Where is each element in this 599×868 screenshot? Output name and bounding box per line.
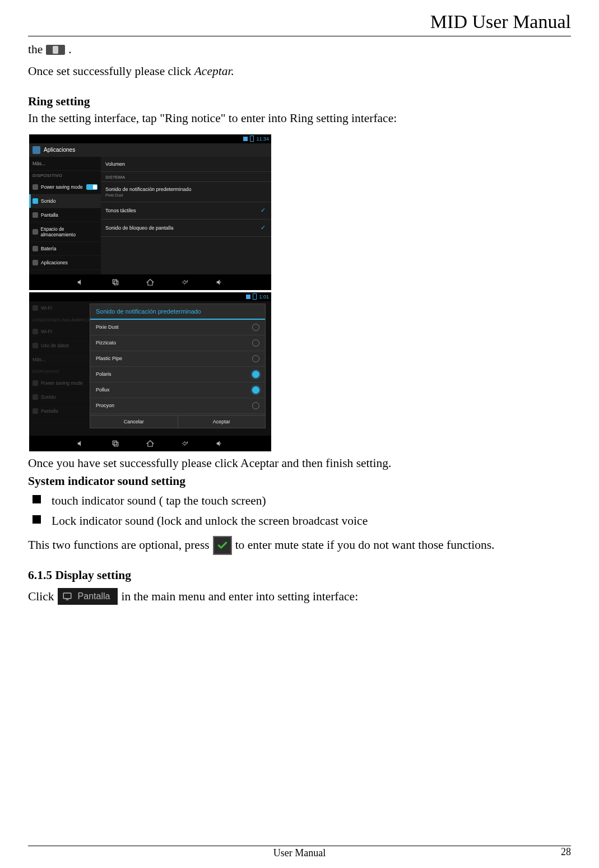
text-ring-desc: In the setting interface, tap "Ring noti… <box>28 110 571 127</box>
check-icon[interactable]: ✓ <box>259 207 267 214</box>
display-icon <box>32 408 38 414</box>
dialog-title: Sonido de notificación predeterminado <box>90 304 265 320</box>
sidebar-item-power[interactable]: Power saving mode <box>29 180 101 194</box>
sidebar-label: Batería <box>41 246 56 251</box>
sidebar-item-apps[interactable]: Aplicaciones <box>29 256 101 270</box>
header-rule <box>28 36 571 36</box>
sidebar-item-sonido[interactable]: Sonido <box>29 194 101 208</box>
pantalla-button: Pantalla <box>58 588 118 605</box>
vol-down-icon[interactable] <box>77 278 85 286</box>
text-the: the <box>28 41 43 58</box>
check-icon[interactable]: ✓ <box>259 224 267 232</box>
text-functions-a: This two functions are optional, press <box>28 536 210 554</box>
storage-icon <box>32 229 38 235</box>
text-once-set: Once set successfully please click Acept… <box>28 63 571 80</box>
footer-label: User Manual <box>273 847 326 859</box>
row-volumen[interactable]: Volumen <box>101 157 271 172</box>
dialog-item[interactable]: Pollux <box>90 382 265 398</box>
radio-icon[interactable] <box>252 402 259 409</box>
dialog-cancel-button[interactable]: Cancelar <box>90 416 178 428</box>
recent-icon[interactable] <box>112 440 119 447</box>
screenshot-notification-dialog: 1:01 Wi-Fi CONEXIONES INALÁMBRICAS Y RE … <box>29 292 271 451</box>
home-icon[interactable] <box>146 278 154 286</box>
bullet-list: touch indicator sound ( tap the touch sc… <box>28 491 571 531</box>
row-tonos[interactable]: Tonos táctiles✓ <box>101 202 271 220</box>
radio-icon[interactable] <box>252 355 259 362</box>
sidebar-header-dispositivo: DISPOSITIVO <box>29 171 101 180</box>
dialog-item-label: Pixie Dust <box>96 324 119 330</box>
row-bloqueo[interactable]: Sonido de bloqueo de pantalla✓ <box>101 220 271 237</box>
dialog-item-label: Plastic Pipe <box>96 356 122 361</box>
row-notificacion[interactable]: Sonido de notificación predeterminadoPix… <box>101 182 271 202</box>
vol-up-icon[interactable] <box>216 278 224 286</box>
bg-label: Sonido <box>41 394 55 400</box>
settings-panel: Volumen SISTEMA Sonido de notificación p… <box>101 157 271 274</box>
vol-down-icon[interactable] <box>77 440 85 447</box>
dialog-item[interactable]: Plastic Pipe <box>90 351 265 367</box>
dialog-item[interactable]: Pizzicato <box>90 335 265 351</box>
nav-bar <box>29 436 271 451</box>
battery-menu-icon <box>32 246 38 251</box>
radio-icon[interactable] <box>252 324 259 331</box>
text-click-rest: in the main menu and enter into setting … <box>121 588 358 605</box>
sidebar-item-bateria[interactable]: Batería <box>29 242 101 256</box>
power-icon <box>32 380 38 386</box>
row-label: Sonido de notificación predeterminado <box>105 186 192 192</box>
text-period: . <box>68 41 71 58</box>
dialog-list: Pixie Dust Pizzicato Plastic Pipe Polari… <box>90 320 265 415</box>
row-sublabel: Pixie Dust <box>105 193 192 197</box>
settings-sidebar: Más... DISPOSITIVO Power saving mode Son… <box>29 157 101 274</box>
panel-header-sistema: SISTEMA <box>101 172 271 182</box>
sidebar-item-pantalla[interactable]: Pantalla <box>29 208 101 222</box>
sidebar-item-espacio[interactable]: Espacio de almacenamiento <box>29 222 101 242</box>
page-footer: User Manual 28 <box>28 846 571 859</box>
app-title-bar: Aplicaciones <box>29 143 271 157</box>
svg-rect-1 <box>114 281 118 284</box>
radio-icon[interactable] <box>252 371 259 378</box>
bg-label: Más... <box>32 357 45 362</box>
row-label: Tonos táctiles <box>105 208 136 213</box>
pantalla-label: Pantalla <box>78 591 110 601</box>
heading-ring-setting: Ring setting <box>28 95 571 109</box>
dialog-item[interactable]: Procyon <box>90 398 265 414</box>
back-icon[interactable] <box>181 278 189 286</box>
vol-up-icon[interactable] <box>216 440 224 447</box>
status-time: 1:01 <box>259 294 269 300</box>
home-icon[interactable] <box>146 440 154 447</box>
dialog-item[interactable]: Polaris <box>90 367 265 382</box>
dialog-item-label: Procyon <box>96 403 114 408</box>
svg-rect-5 <box>66 600 68 601</box>
heading-display-setting: 6.1.5 Display setting <box>28 568 571 582</box>
dialog-item[interactable]: Pixie Dust <box>90 320 265 335</box>
recent-icon[interactable] <box>112 278 119 286</box>
svg-rect-2 <box>113 441 117 445</box>
bg-label: Power saving mode <box>41 380 83 386</box>
screenshot-sound-settings: 11:34 Aplicaciones Más... DISPOSITIVO Po… <box>29 134 271 290</box>
back-icon[interactable] <box>181 440 189 447</box>
display-icon <box>62 591 72 601</box>
app-title: Aplicaciones <box>44 147 75 153</box>
power-icon <box>32 184 38 190</box>
bullet-item: touch indicator sound ( tap the touch sc… <box>28 491 571 511</box>
row-label: Sonido de bloqueo de pantalla <box>105 225 174 231</box>
app-icon <box>32 146 40 154</box>
radio-icon[interactable] <box>252 339 259 347</box>
bullet-item: Lock indicator sound (lock and unlock th… <box>28 511 571 531</box>
text-functions-b: to enter mute state if you do not want t… <box>235 536 495 554</box>
bg-label: Uso de datos <box>41 343 69 348</box>
sidebar-item-mas[interactable]: Más... <box>29 157 101 171</box>
svg-rect-0 <box>113 279 117 283</box>
dialog-ok-button[interactable]: Aceptar <box>178 416 266 428</box>
sidebar-label: Espacio de almacenamiento <box>41 226 98 237</box>
bg-label: Wi-Fi <box>41 329 52 334</box>
toggle-icon[interactable] <box>86 184 97 190</box>
signal-icon <box>246 295 250 299</box>
page-number: 28 <box>561 846 571 858</box>
svg-rect-4 <box>63 593 71 599</box>
status-time: 11:34 <box>256 136 269 142</box>
data-icon <box>32 343 38 348</box>
bg-label: Pantalla <box>41 408 58 414</box>
dialog-item-label: Pizzicato <box>96 340 116 346</box>
text-once-set-a: Once set successfully please click <box>28 64 194 78</box>
radio-icon[interactable] <box>252 386 259 394</box>
